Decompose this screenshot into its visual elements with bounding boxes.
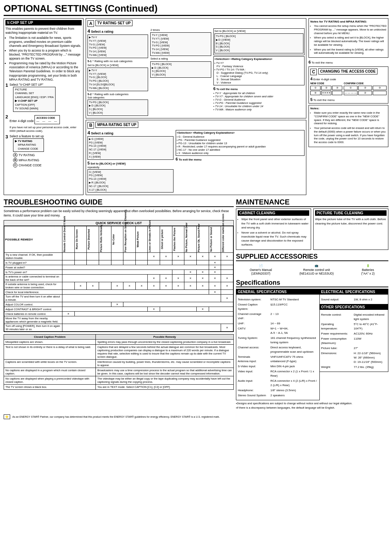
spec-channel-access: Channel access: Direct access keyboard, … <box>238 345 318 354</box>
r1c7 <box>135 253 148 260</box>
notes-list: You cannot access the setup menu when th… <box>310 24 387 55</box>
select-a-rating: Select a rating <box>150 57 211 60</box>
extra-note-1: Make sure you enter exactly the same new… <box>314 111 387 125</box>
middle-panels: A TV RATING SET UP 4 Select a rating ▶ T… <box>86 18 306 195</box>
row-7-label: Check for local interference. <box>4 290 62 295</box>
badge-a: A <box>87 20 94 27</box>
col-13: No Picture or Sound <box>209 226 221 253</box>
r2c11 <box>184 260 197 265</box>
cap-prob-6: The TV screen shows a black box. <box>4 385 96 390</box>
tv-rating-title: TV RATING SET UP <box>95 20 132 26</box>
acc-remote-name: Remote control unit <box>299 268 334 272</box>
table-row: Check batteries in remote control. × <box>4 312 233 316</box>
cap-prob-4: No captions are displayed in a program w… <box>4 368 96 376</box>
acc-remote-detail: (NE141UD or NE153UD) <box>299 272 334 275</box>
col-3: Picture Distorted <box>87 226 99 253</box>
spec-tv-system: Television system: NTSC-M TV Standard <box>238 297 318 302</box>
spec-power-req: Power requirements: AC120V, 60Hz <box>321 332 387 336</box>
step1-num: 1 <box>5 83 8 88</box>
r4c12: × <box>197 270 209 275</box>
col-problem: POSSIBLE REMEDY <box>4 226 62 253</box>
col-14: Different color marks on screen <box>221 226 233 253</box>
row-5-label: Is antenna or cable connected to termina… <box>4 275 62 282</box>
acc-manual-name: Owner's Manual <box>250 268 272 272</box>
confirm-code-grid: ① ② ③ — — — — ② <box>344 86 387 95</box>
right-panel: Notes for TV RATING and MPAA RATING: You… <box>309 18 388 195</box>
mpaa-step5: 5 Set to [BLOCK] or [VIEW] <box>87 161 173 165</box>
row-4-label: Is TV's power on? <box>4 270 62 275</box>
vchip-bullet-1: The limitation is not available for news… <box>9 36 82 48</box>
r1c12: × <box>197 253 209 260</box>
circle-c: C <box>13 163 17 167</box>
accessories-list: 📄 Owner's Manual (1EMN20337) 📺 Remote co… <box>236 263 388 277</box>
cabinet-panel: CABINET CLEANING Wipe the front panel an… <box>236 208 311 250</box>
vchip-bullets: The limitation is not available for news… <box>5 36 82 82</box>
default-note: If you have not set up your personal acc… <box>9 126 82 133</box>
tv-rating-header: A TV RATING SET UP <box>87 20 305 27</box>
acc-remote: 📺 Remote control unit (NE141UD or NE153U… <box>299 264 334 275</box>
vchip-bullet-2: When you try to access to a program whic… <box>9 49 82 61</box>
col-12: Picture Ok, Sound Poor <box>197 226 209 253</box>
abc-a: A TV RATING <box>13 153 44 157</box>
row-12-label: Move the TV away from the nearby applian… <box>4 316 62 324</box>
service-table-wrap: QUICK SERVICE CHECK LIST POSSIBLE REMEDY… <box>4 220 234 332</box>
notes-title: Notes for TV RATING and MPAA RATING: <box>310 20 387 23</box>
r1c9: × <box>160 253 172 260</box>
step1-screen: PICTURE CHANNEL SET LANGUAGE [ENG] / ESP… <box>13 87 56 112</box>
acc-manual-detail: (1EMN20337) <box>250 272 272 275</box>
trouble-intro: Sometimes a performance problem can be e… <box>4 209 234 218</box>
r1c13: × <box>209 253 221 260</box>
footer: ⭐ As an ENERGY STAR® Partner, our compan… <box>4 414 388 419</box>
nc-2: ② <box>321 86 331 90</box>
step2-content: Enter 4-digit code ACCESS CODE — — — — I… <box>9 114 82 133</box>
code-title: CHANGING THE ACCESS CODE <box>318 68 377 74</box>
notes-box-2: Notes: Make sure you enter exactly the s… <box>309 105 388 147</box>
cabinet-bullet-2: Never use a solvent or alcohol. Do not s… <box>241 231 309 247</box>
r2c2 <box>74 260 87 265</box>
right-col: MAINTENANCE CABINET CLEANING Wipe the fr… <box>236 198 388 412</box>
badge-b: B <box>87 122 94 129</box>
r2c9 <box>160 260 172 265</box>
acc-remote-icon: 📺 <box>299 264 334 267</box>
spec-video: Video input: RCA connector x 2 (1 x Fron… <box>238 369 318 378</box>
supplied-section: SUPPLIED ACCESSORIES 📄 Owner's Manual (1… <box>236 253 388 277</box>
abc-labels: A TV RATING B MPAA RATING C CHANGE CODE <box>13 153 44 167</box>
tv-sub-screen: TV-PG | [BLOCK] ▶ D | [BLOCK] S | [BLOCK… <box>87 100 148 116</box>
acc-battery-icon: 🔋 <box>361 264 375 267</box>
table-row: Turn off the TV and then turn it on afte… <box>4 295 233 302</box>
energy-star-text: As an ENERGY STAR® Partner, our company … <box>12 416 220 418</box>
r2c8 <box>148 260 160 265</box>
cabinet-header: CABINET CLEANING <box>238 210 309 216</box>
r1c10: × <box>172 253 184 260</box>
tv-explanations-box: <Selection> <Rating Category Explanation… <box>213 56 305 85</box>
code-new: NEW CODE ① ② ③ ④ ✕✕✕✕ <box>310 82 342 96</box>
spec-weight: Weight: 77.2 lbs. (35kg) <box>321 365 387 369</box>
sub-cat-label: Sub categories <box>87 96 148 99</box>
troubleshooting-title: TROUBLESHOOTING GUIDE <box>4 198 234 207</box>
r1c1 <box>62 253 75 260</box>
col-9: Ghost or picture <box>160 226 172 253</box>
nc-1: ① <box>310 86 320 90</box>
r3c14 <box>221 265 233 270</box>
cap-prob-3: Captions are scrambled with white boxes … <box>4 360 96 368</box>
caption-row-1: Misspelled captions are shown. Spelling … <box>4 340 234 345</box>
cap-rem-6: You are in TEXT mode. Select CAPTION [C1… <box>96 385 234 390</box>
mpaa-left: 4 Select a rating ▶ G | [VIEW] PG | [VIE… <box>87 130 173 194</box>
row-10-label: Adjust CONTRAST & BRIGHT control. <box>4 307 62 312</box>
step51-block-view: Set to [BLOCK] or [VIEW] <box>87 64 148 67</box>
electrical-panel: ELECTRICAL SPECIFICATIONS Sound output: … <box>319 289 388 304</box>
exit-note-top: 6 To exit the menu <box>309 59 388 65</box>
vchip-step3: 3 Select a feature to set up ▶ TV RATING… <box>5 134 82 169</box>
energy-star-logo: ⭐ <box>4 414 10 419</box>
bottom-note-2: •If there is a discrepancy between langu… <box>236 406 388 410</box>
cabinet-bullets: Wipe the front panel and other exterior … <box>238 217 309 247</box>
spec-picture-tube: Picture tube: 27" <box>321 346 387 351</box>
code-header-row: C CHANGING THE ACCESS CODE <box>310 68 387 76</box>
r1c8: × <box>148 253 160 260</box>
row-6-label: If outside antenna is being used, check … <box>4 282 62 290</box>
r3-empty <box>62 265 209 270</box>
caption-row-4: No captions are displayed in a program w… <box>4 368 234 376</box>
col-2: Runs On Screen <box>74 226 87 253</box>
cap-prob-5: No captions are displayed when playing a… <box>4 376 96 385</box>
mpaa-panel: B MPAA RATING SET UP 4 Select a rating ▶… <box>86 120 306 195</box>
